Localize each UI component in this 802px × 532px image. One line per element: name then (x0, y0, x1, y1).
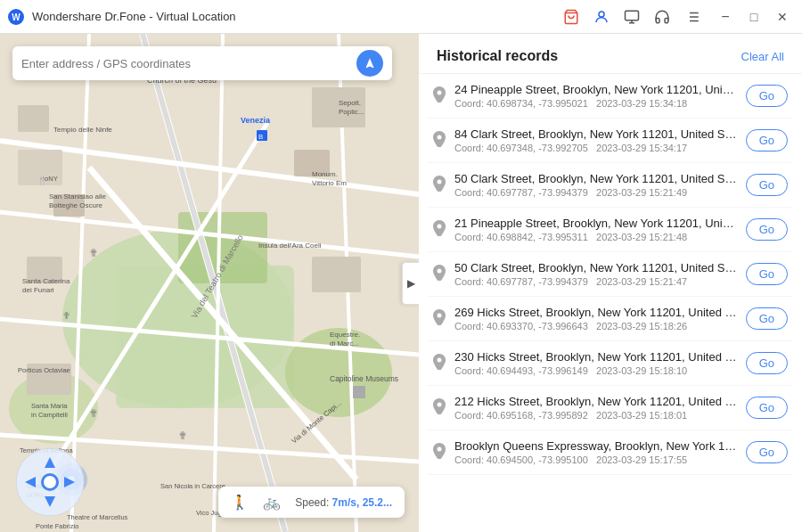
app-logo: W (7, 8, 25, 26)
records-list: 24 Pineapple Street, Brooklyn, New York … (419, 74, 802, 532)
title-bar: W Wondershare Dr.Fone - Virtual Location (0, 0, 802, 34)
svg-point-92 (438, 313, 442, 317)
record-meta: Coord: 40.698842, -73.995311 2023-03-29 … (454, 232, 737, 242)
location-pin-icon (433, 265, 446, 284)
svg-point-94 (438, 402, 442, 406)
record-item: 269 Hicks Street, Brooklyn, New York 112… (428, 297, 793, 341)
svg-text:Santa Caterina: Santa Caterina (22, 277, 70, 285)
svg-text:🍴: 🍴 (37, 176, 48, 186)
clear-all-button[interactable]: Clear All (741, 50, 784, 63)
record-info: 21 Pineapple Street, Brooklyn, New York … (454, 217, 737, 242)
svg-text:Vittorio Em: Vittorio Em (312, 179, 347, 187)
close-button[interactable]: ✕ (770, 4, 795, 29)
go-button[interactable]: Go (746, 397, 788, 419)
headphones-icon[interactable] (652, 7, 672, 27)
svg-point-89 (438, 179, 442, 184)
map-search-bar[interactable] (12, 46, 392, 80)
svg-text:✟: ✟ (178, 430, 187, 442)
record-meta: Coord: 40.693370, -73.996643 2023-03-29 … (454, 321, 737, 331)
svg-text:Monum.: Monum. (312, 170, 338, 178)
go-button[interactable]: Go (746, 263, 788, 285)
go-button[interactable]: Go (746, 174, 788, 196)
record-item: 50 Clark Street, Brooklyn, New York 1120… (428, 252, 793, 297)
go-button[interactable]: Go (746, 352, 788, 374)
record-address: 269 Hicks Street, Brooklyn, New York 112… (454, 306, 737, 319)
svg-rect-36 (312, 257, 361, 292)
record-info: 24 Pineapple Street, Brooklyn, New York … (454, 83, 737, 109)
svg-text:✟: ✟ (89, 407, 98, 420)
minimize-button[interactable]: − (713, 4, 738, 29)
go-button[interactable]: Go (746, 85, 788, 107)
go-button[interactable]: Go (746, 129, 788, 151)
record-item: 21 Pineapple Street, Brooklyn, New York … (428, 208, 793, 252)
search-input[interactable] (21, 57, 356, 70)
record-info: 212 Hicks Street, Brooklyn, New York 112… (454, 395, 737, 421)
svg-rect-74 (353, 386, 365, 398)
user-icon[interactable] (592, 7, 611, 27)
window-controls[interactable]: − □ ✕ (713, 4, 795, 29)
collapse-panel-button[interactable]: ▶ (402, 262, 419, 305)
record-info: 84 Clark Street, Brooklyn, New York 1120… (454, 127, 737, 153)
record-meta: Coord: 40.697787, -73.994379 2023-03-29 … (454, 276, 737, 287)
record-address: 50 Clark Street, Brooklyn, New York 1120… (454, 261, 737, 274)
record-item: 230 Hicks Street, Brooklyn, New York 112… (428, 341, 793, 386)
svg-text:Poplic...: Poplic... (339, 108, 364, 116)
speed-bar: 🚶 🚲 Speed: 7m/s, 25.2... (218, 487, 405, 518)
svg-text:di Marc...: di Marc... (330, 340, 359, 348)
svg-text:✟: ✟ (89, 247, 98, 259)
svg-text:W: W (12, 12, 20, 22)
title-bar-icons (561, 7, 702, 27)
go-button[interactable]: Go (746, 218, 788, 241)
nav-joystick[interactable] (14, 446, 86, 518)
speed-value: 7m/s, 25.2... (332, 496, 392, 509)
walk-icon: 🚶 (231, 494, 249, 511)
location-pin-icon (433, 86, 446, 106)
list-icon[interactable] (683, 7, 702, 27)
monitor-icon[interactable] (622, 7, 642, 27)
location-pin-icon (433, 443, 446, 462)
record-item: 50 Clark Street, Brooklyn, New York 1120… (428, 163, 793, 208)
svg-text:dei Funari: dei Funari (22, 286, 54, 294)
svg-point-90 (438, 224, 442, 228)
record-meta: Coord: 40.698734, -73.995021 2023-03-29 … (454, 98, 737, 109)
svg-text:Insula dell'Ara Coeli: Insula dell'Ara Coeli (258, 241, 322, 250)
svg-rect-4 (626, 11, 639, 20)
record-address: 230 Hicks Street, Brooklyn, New York 112… (454, 350, 737, 364)
record-meta: Coord: 40.697787, -73.994379 2023-03-29 … (454, 187, 737, 198)
cart-icon[interactable] (561, 7, 581, 27)
record-meta: Coord: 40.695168, -73.995892 2023-03-29 … (454, 410, 737, 421)
svg-text:Sepolt.: Sepolt. (339, 99, 361, 107)
svg-point-3 (599, 12, 604, 17)
record-meta: Coord: 40.697348, -73.992705 2023-03-29 … (454, 143, 737, 153)
speed-label: Speed: 7m/s, 25.2... (295, 496, 392, 509)
svg-point-87 (438, 90, 442, 94)
svg-text:Equestre.: Equestre. (330, 331, 360, 339)
svg-point-93 (438, 357, 442, 362)
panel-title: Historical records (437, 48, 558, 64)
go-button[interactable]: Go (746, 441, 788, 463)
main-layout: Church of the Gesù Tempio delle Ninfe to… (0, 34, 802, 532)
location-pin-icon (433, 309, 446, 329)
bike-icon: 🚲 (263, 494, 281, 511)
svg-rect-31 (18, 105, 49, 132)
record-address: 50 Clark Street, Brooklyn, New York 1120… (454, 172, 737, 185)
svg-text:Capitoline Museums: Capitoline Museums (330, 374, 398, 383)
location-pin-icon (433, 220, 446, 240)
record-address: 84 Clark Street, Brooklyn, New York 1120… (454, 127, 737, 141)
svg-text:Tempio delle Ninfe: Tempio delle Ninfe (53, 126, 112, 134)
panel-header: Historical records Clear All (419, 34, 802, 74)
record-meta: Coord: 40.694500, -73.995100 2023-03-29 … (454, 454, 737, 465)
svg-text:Porticus Octaviae: Porticus Octaviae (18, 366, 70, 374)
go-button[interactable]: Go (746, 307, 788, 330)
record-info: 50 Clark Street, Brooklyn, New York 1120… (454, 172, 737, 198)
maximize-button[interactable]: □ (741, 4, 766, 29)
location-pin-icon (433, 398, 446, 418)
record-address: 24 Pineapple Street, Brooklyn, New York … (454, 83, 737, 96)
record-info: 230 Hicks Street, Brooklyn, New York 112… (454, 350, 737, 376)
record-address: Brooklyn Queens Expressway, Brooklyn, Ne… (454, 439, 737, 453)
record-item: 212 Hicks Street, Brooklyn, New York 112… (428, 386, 793, 430)
svg-text:San Nicola in Carcere: San Nicola in Carcere (160, 482, 225, 490)
navigate-button[interactable] (356, 50, 383, 77)
location-pin-icon (433, 176, 446, 195)
svg-point-88 (438, 135, 442, 139)
